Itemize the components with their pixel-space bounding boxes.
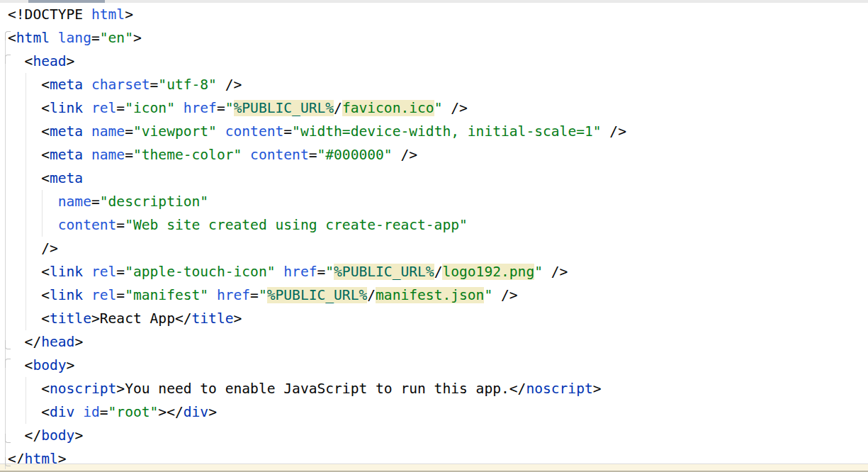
code-token: / <box>434 264 443 280</box>
code-token: > <box>125 6 133 23</box>
code-token: logo192.png <box>442 264 534 280</box>
code-line[interactable]: <meta name="viewport" content="width=dev… <box>8 120 868 143</box>
code-token: < <box>8 123 50 140</box>
code-line[interactable]: /> <box>8 237 868 260</box>
code-token: < <box>8 404 50 420</box>
editor-pane[interactable]: <!DOCTYPE html><html lang="en"> <head> <… <box>0 0 868 472</box>
code-token: < <box>8 53 33 69</box>
fold-line <box>5 33 6 469</box>
code-token: div <box>50 404 74 420</box>
code-line[interactable]: <meta charset="utf-8" /> <box>8 73 868 96</box>
code-token <box>83 77 91 93</box>
code-token: > <box>91 310 100 327</box>
code-token: < <box>8 287 50 303</box>
code-token: You need to enable JavaScript to run thi… <box>125 381 509 397</box>
fold-marker-close-icon[interactable] <box>5 434 11 443</box>
code-token <box>217 123 225 140</box>
indent-guide <box>26 377 26 424</box>
code-token: charset <box>91 77 150 93</box>
code-token: %PUBLIC_URL% <box>234 100 334 116</box>
code-token: < <box>8 100 50 116</box>
code-line[interactable]: <div id="root"></div> <box>8 400 868 424</box>
code-token: / <box>367 287 376 303</box>
code-line[interactable]: <link rel="icon" href="%PUBLIC_URL%/favi… <box>8 96 868 120</box>
code-token: body <box>33 357 66 373</box>
code-token: = <box>150 77 159 93</box>
code-line[interactable]: <noscript>You need to enable JavaScript … <box>8 377 868 400</box>
code-line[interactable]: <meta name="theme-color" content="#00000… <box>8 143 868 167</box>
code-token: "manifest" <box>125 287 208 303</box>
code-token: /> <box>217 77 242 93</box>
code-line[interactable]: <meta <box>8 167 868 190</box>
code-token: body <box>41 427 74 444</box>
code-token: = <box>116 217 125 233</box>
code-token <box>74 404 83 420</box>
code-token: rel <box>91 264 116 280</box>
code-token: name <box>91 123 125 140</box>
code-token: /> <box>442 100 467 116</box>
code-token: " <box>259 287 267 303</box>
code-token: > <box>234 310 242 327</box>
code-token <box>175 100 184 116</box>
code-token: </ <box>509 381 526 397</box>
code-token: < <box>8 357 33 373</box>
indent-guide <box>42 190 43 237</box>
code-line[interactable]: <link rel="apple-touch-icon" href="%PUBL… <box>8 260 868 283</box>
code-token: manifest.json <box>376 287 484 303</box>
code-line[interactable]: <!DOCTYPE html> <box>8 3 868 26</box>
code-token: </ <box>175 310 192 327</box>
code-token: id <box>83 404 100 420</box>
code-line[interactable]: </head> <box>8 330 868 354</box>
code-token: /> <box>8 240 58 257</box>
code-token: ></ <box>158 404 183 420</box>
code-line[interactable]: <body> <box>8 354 868 377</box>
code-token: /> <box>602 123 626 140</box>
code-token <box>83 264 91 280</box>
code-token: > <box>74 334 83 350</box>
code-token: = <box>309 147 317 163</box>
code-token: html <box>16 30 50 46</box>
code-line[interactable]: <title>React App</title> <box>8 307 868 330</box>
code-token: > <box>133 30 142 46</box>
code-token: head <box>41 334 74 350</box>
code-line[interactable]: <head> <box>8 50 868 73</box>
code-token: "icon" <box>125 100 175 116</box>
code-token: href <box>184 100 217 116</box>
code-token <box>83 123 91 140</box>
code-token: "#000000" <box>317 147 392 163</box>
fold-marker-close-icon[interactable] <box>5 457 11 466</box>
code-token: " <box>534 264 543 280</box>
fold-marker-close-icon[interactable] <box>5 340 11 349</box>
code-token: = <box>317 264 325 280</box>
code-line[interactable]: <link rel="manifest" href="%PUBLIC_URL%/… <box>8 283 868 307</box>
horizontal-scrollbar-track[interactable] <box>0 0 868 3</box>
code-token: " <box>434 100 443 116</box>
code-line[interactable]: name="description" <box>8 190 868 213</box>
code-token <box>8 193 58 210</box>
code-line[interactable]: <html lang="en"> <box>8 26 868 50</box>
code-token: = <box>100 404 108 420</box>
code-token: = <box>116 287 125 303</box>
code-line[interactable]: </body> <box>8 424 868 447</box>
fold-marker-open-icon[interactable] <box>5 55 11 64</box>
code-token: content <box>58 217 117 233</box>
code-token: %PUBLIC_URL% <box>267 287 368 303</box>
code-token: name <box>58 193 91 210</box>
code-token: React App <box>100 310 175 327</box>
fold-marker-open-icon[interactable] <box>5 359 11 368</box>
code-token: > <box>67 53 75 69</box>
code-token: = <box>125 147 133 163</box>
indent-guide <box>26 73 26 330</box>
code-token: rel <box>91 100 116 116</box>
code-token: title <box>50 310 91 327</box>
code-token: > <box>74 427 83 444</box>
code-content[interactable]: <!DOCTYPE html><html lang="en"> <head> <… <box>8 3 868 471</box>
code-token: = <box>116 264 125 280</box>
horizontal-scrollbar-thumb[interactable] <box>28 0 105 3</box>
code-token <box>50 30 58 46</box>
fold-marker-open-icon[interactable] <box>5 31 11 40</box>
code-token: = <box>91 193 100 210</box>
code-line[interactable]: content="Web site created using create-r… <box>8 213 868 237</box>
code-token: meta <box>50 123 83 140</box>
code-token: "description" <box>100 193 208 210</box>
